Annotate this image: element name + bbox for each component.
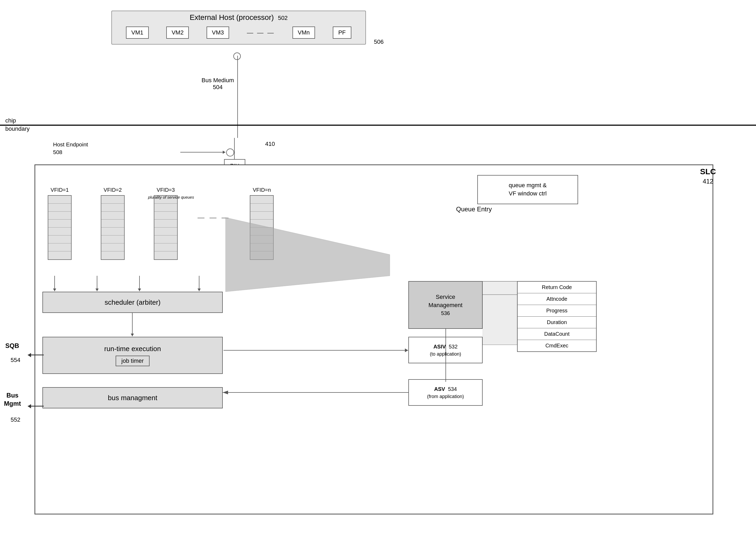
host-endpoint-label: Host Endpoint 508 bbox=[53, 141, 88, 156]
bus-mgmt-text: bus managment bbox=[108, 394, 157, 402]
service-mgmt-box: Service Management 536 bbox=[408, 281, 483, 329]
vm-row: VM1 VM2 VM3 — — — VMn PF bbox=[112, 24, 365, 44]
slc-number: 412 bbox=[703, 178, 713, 185]
svg-marker-5 bbox=[483, 281, 517, 345]
bus-medium-text: Bus Medium bbox=[202, 77, 234, 84]
qe-field-cmdexec: CmdExec bbox=[518, 340, 596, 351]
vfid1-label: VFID=1 bbox=[51, 187, 69, 193]
job-timer-box: job timer bbox=[116, 355, 149, 366]
bus-mgmt-left-text: BusMgmt bbox=[4, 391, 21, 408]
service-mgmt-text: Service Management bbox=[428, 293, 462, 310]
svg-marker-0 bbox=[225, 218, 390, 292]
external-host-title: External Host (processor) 502 bbox=[112, 11, 365, 24]
qe-field-datacount: DataCount bbox=[518, 328, 596, 340]
vfid3-label: VFID=3 bbox=[157, 187, 175, 193]
asv-num: 534 bbox=[448, 386, 457, 392]
asv-box: ASV 534 (from application) bbox=[408, 379, 483, 406]
trapezoid-svg bbox=[225, 218, 424, 302]
pf-box: PF bbox=[333, 26, 351, 39]
sm-3d-face bbox=[483, 281, 518, 346]
plurality-label: plurality of service queues bbox=[118, 195, 224, 199]
diagram: External Host (processor) 502 VM1 VM2 VM… bbox=[0, 0, 756, 537]
circle-connector-top bbox=[233, 53, 241, 60]
host-endpoint-text: Host Endpoint bbox=[53, 141, 88, 148]
queue-entry-fields: Return Code Attncode Progress Duration D… bbox=[517, 281, 597, 352]
external-host-number: 502 bbox=[278, 15, 288, 21]
label-410: 410 bbox=[265, 141, 275, 147]
asiv-text: ASIV bbox=[433, 344, 446, 350]
vfid2-label: VFID=2 bbox=[104, 187, 122, 193]
arrow-sched-runtime bbox=[132, 313, 133, 336]
asv-label: ASV 534 bbox=[434, 385, 457, 393]
arrow-q1-sched bbox=[54, 276, 55, 291]
qe-field-duration: Duration bbox=[518, 317, 596, 328]
vm-dashes: — — — bbox=[247, 29, 275, 36]
bus-mgmt-box: bus managment bbox=[42, 387, 223, 408]
vm2-box: VM2 bbox=[166, 26, 189, 39]
vmn-box: VMn bbox=[293, 26, 315, 39]
chip-boundary-line bbox=[0, 125, 756, 126]
vfidn-label: VFID=n bbox=[253, 187, 271, 193]
bus-medium-num: 504 bbox=[202, 84, 234, 91]
service-mgmt-num: 536 bbox=[441, 310, 450, 317]
bus-medium-label: Bus Medium 504 bbox=[202, 77, 234, 91]
scheduler-box: scheduler (arbiter) bbox=[42, 292, 223, 313]
sqb-num: 554 bbox=[11, 357, 20, 364]
queue-entry-label: Queue Entry bbox=[456, 206, 492, 213]
bus-mgmt-left-label: BusMgmt bbox=[4, 391, 21, 408]
arrow-qn-sched bbox=[199, 276, 199, 291]
arrow-q2-sched bbox=[97, 276, 97, 291]
arrow-sqb bbox=[28, 354, 44, 355]
qe-field-attncode: Attncode bbox=[518, 293, 596, 305]
arrow-q3-sched bbox=[139, 276, 140, 291]
queue-stack-2 bbox=[101, 195, 125, 260]
runtime-text: run-time execution bbox=[104, 345, 161, 353]
runtime-box: run-time execution job timer bbox=[42, 337, 223, 374]
vfid1-col: VFID=1 bbox=[44, 187, 76, 260]
label-506: 506 bbox=[374, 38, 384, 45]
queue-stack-1 bbox=[48, 195, 72, 260]
bus-mgmt-left-num: 552 bbox=[11, 416, 20, 423]
arrow-host-endpoint bbox=[180, 152, 225, 152]
arrow-asv-runtime bbox=[223, 355, 408, 398]
slc-label: SLC bbox=[700, 167, 716, 176]
asiv-num: 532 bbox=[449, 344, 458, 350]
qe-field-returncode: Return Code bbox=[518, 282, 596, 293]
sqb-label: SQB bbox=[5, 342, 19, 350]
external-host-label: External Host (processor) bbox=[190, 13, 274, 21]
qe-field-progress: Progress bbox=[518, 305, 596, 317]
queue-stack-3 bbox=[154, 195, 178, 260]
host-endpoint-num: 508 bbox=[53, 148, 88, 156]
chip-boundary-text: chipboundary bbox=[5, 117, 30, 133]
external-host-box: External Host (processor) 502 VM1 VM2 VM… bbox=[111, 11, 366, 45]
queue-mgmt-text: queue mgmt & VF window ctrl bbox=[509, 182, 546, 198]
asv-text: ASV bbox=[434, 386, 445, 392]
vm1-box: VM1 bbox=[126, 26, 148, 39]
vline-sm-asiv bbox=[446, 329, 446, 382]
scheduler-text: scheduler (arbiter) bbox=[105, 298, 161, 307]
asv-sub: (from application) bbox=[427, 393, 464, 400]
circle-connector-bottom bbox=[226, 148, 234, 156]
queue-mgmt-box: queue mgmt & VF window ctrl bbox=[477, 175, 578, 204]
arrow-bus-mgmt bbox=[28, 406, 44, 406]
vm3-box: VM3 bbox=[207, 26, 229, 39]
arrow-runtime-asiv bbox=[223, 350, 408, 351]
job-timer-text: job timer bbox=[121, 357, 144, 364]
vfid3-col: VFID=3 plurality of service queues bbox=[150, 187, 181, 260]
